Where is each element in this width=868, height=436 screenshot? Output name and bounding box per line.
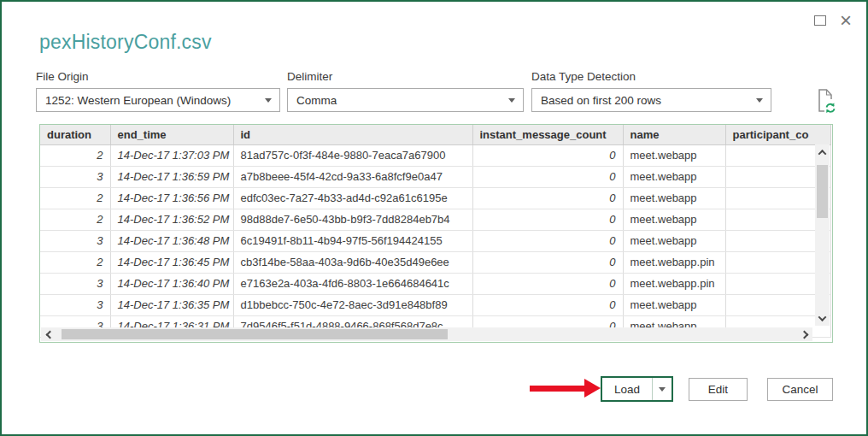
cell-duration: 3: [40, 230, 110, 251]
load-button[interactable]: Load: [602, 383, 652, 396]
cancel-button[interactable]: Cancel: [767, 378, 833, 401]
horizontal-scrollbar-thumb[interactable]: [62, 329, 448, 339]
cell-end_time: 14-Dec-17 1:36:40 PM: [110, 273, 233, 294]
cell-duration: 2: [40, 187, 110, 209]
delimiter-value: Comma: [296, 94, 505, 107]
table-row: 214-Dec-17 1:36:45 PMcb3f14be-58aa-403a-…: [40, 251, 830, 273]
cell-duration: 3: [40, 294, 110, 315]
cell-instant_message_count: 0: [472, 273, 623, 294]
column-header-end_time: end_time: [110, 125, 233, 144]
maximize-button[interactable]: [808, 9, 832, 32]
table-row: 214-Dec-17 1:36:56 PMedfc03ec-7a27-4b33-…: [40, 187, 830, 209]
chevron-down-icon: [508, 98, 515, 103]
edit-button[interactable]: Edit: [689, 378, 748, 401]
cell-id: cb3f14be-58aa-403a-9d6b-40e35d49e6ee: [233, 251, 472, 273]
cell-name: meet.webapp: [623, 230, 725, 251]
maximize-icon: [814, 15, 826, 26]
column-header-instant_message_count: instant_message_count: [472, 125, 623, 144]
scroll-up-button[interactable]: [815, 144, 830, 160]
table-row: 314-Dec-17 1:36:40 PMe7163e2a-403a-4fd6-…: [40, 273, 830, 294]
cell-id: edfc03ec-7a27-4b33-ad4d-c92a61c6195e: [233, 187, 472, 209]
table-row: 314-Dec-17 1:36:48 PM6c19491f-8b11-4b94-…: [40, 230, 830, 251]
cell-id: d1bbebcc-750c-4e72-8aec-3d91e848bf89: [233, 294, 472, 315]
cell-end_time: 14-Dec-17 1:36:56 PM: [110, 187, 233, 209]
chevron-down-icon: [265, 98, 272, 103]
column-header-duration: duration: [40, 125, 110, 144]
chevron-up-icon: [818, 149, 827, 157]
cell-instant_message_count: 0: [472, 209, 623, 230]
cell-id: a7b8beee-45f4-42cd-9a33-6a8fcf9e0a47: [233, 166, 472, 187]
vertical-scrollbar[interactable]: [815, 144, 830, 326]
cell-name: meet.webapp: [623, 294, 725, 315]
csv-import-dialog: × pexHistoryConf.csv File Origin Delimit…: [0, 0, 868, 436]
preview-table: durationend_timeidinstant_message_countn…: [40, 125, 831, 338]
cell-end_time: 14-Dec-17 1:36:59 PM: [110, 166, 233, 187]
close-button[interactable]: ×: [834, 9, 858, 32]
scroll-down-button[interactable]: [815, 310, 830, 326]
cell-name: meet.webapp: [623, 166, 725, 187]
cell-end_time: 14-Dec-17 1:36:48 PM: [110, 230, 233, 251]
cell-instant_message_count: 0: [472, 187, 623, 209]
load-split-button: Load: [601, 376, 673, 402]
cell-instant_message_count: 0: [472, 230, 623, 251]
cell-id: e7163e2a-403a-4fd6-8803-1e664684641c: [233, 273, 472, 294]
scroll-left-button[interactable]: [41, 327, 58, 341]
delimiter-label: Delimiter: [287, 70, 332, 83]
cell-name: meet.webapp: [623, 187, 725, 209]
load-options-button[interactable]: [653, 387, 672, 392]
scroll-right-button[interactable]: [795, 327, 812, 341]
chevron-down-icon: [756, 98, 763, 103]
data-type-detection-label: Data Type Detection: [531, 70, 636, 83]
close-icon: ×: [840, 10, 852, 31]
file-origin-value: 1252: Western European (Windows): [45, 94, 261, 107]
cell-duration: 2: [40, 251, 110, 273]
arrow-head: [584, 379, 601, 398]
column-header-id: id: [233, 125, 472, 144]
table-row: 314-Dec-17 1:36:35 PMd1bbebcc-750c-4e72-…: [40, 294, 830, 315]
cell-id: 6c19491f-8b11-4b94-97f5-56f194424155: [233, 230, 472, 251]
cell-end_time: 14-Dec-17 1:36:45 PM: [110, 251, 233, 273]
table-row: 214-Dec-17 1:37:03 PM81ad757c-0f3f-484e-…: [40, 144, 830, 166]
table-header-row: durationend_timeidinstant_message_countn…: [40, 125, 830, 144]
chevron-down-icon: [659, 387, 666, 392]
cell-duration: 3: [40, 166, 110, 187]
data-type-detection-value: Based on first 200 rows: [541, 94, 753, 107]
annotation-arrow-icon: [530, 379, 601, 398]
cell-duration: 3: [40, 273, 110, 294]
cell-duration: 2: [40, 209, 110, 230]
file-origin-label: File Origin: [36, 70, 89, 83]
table-body: 214-Dec-17 1:37:03 PM81ad757c-0f3f-484e-…: [40, 144, 830, 337]
cell-instant_message_count: 0: [472, 251, 623, 273]
cell-name: meet.webapp.pin: [623, 251, 725, 273]
refresh-preview-button[interactable]: [812, 85, 839, 115]
data-preview-grid: durationend_timeidinstant_message_countn…: [39, 124, 833, 343]
table-row: 214-Dec-17 1:36:52 PM98d88de7-6e50-43bb-…: [40, 209, 830, 230]
cell-instant_message_count: 0: [472, 294, 623, 315]
data-type-detection-select[interactable]: Based on first 200 rows: [531, 88, 771, 112]
horizontal-scrollbar[interactable]: [41, 327, 812, 341]
chevron-down-icon: [818, 313, 827, 321]
column-header-participant_co: participant_co: [725, 125, 830, 144]
cell-name: meet.webapp: [623, 144, 725, 166]
cell-id: 98d88de7-6e50-43bb-b9f3-7dd8284eb7b4: [233, 209, 472, 230]
cell-name: meet.webapp.pin: [623, 273, 725, 294]
cell-end_time: 14-Dec-17 1:37:03 PM: [110, 144, 233, 166]
cell-instant_message_count: 0: [472, 144, 623, 166]
page-title: pexHistoryConf.csv: [39, 31, 212, 54]
cell-id: 81ad757c-0f3f-484e-9880-7eaca7a67900: [233, 144, 472, 166]
chevron-right-icon: [800, 330, 808, 339]
file-refresh-icon: [814, 87, 837, 114]
cell-instant_message_count: 0: [472, 166, 623, 187]
table-row: 314-Dec-17 1:36:59 PMa7b8beee-45f4-42cd-…: [40, 166, 830, 187]
cell-duration: 2: [40, 144, 110, 166]
file-origin-select[interactable]: 1252: Western European (Windows): [36, 88, 280, 112]
cell-end_time: 14-Dec-17 1:36:52 PM: [110, 209, 233, 230]
vertical-scrollbar-thumb[interactable]: [817, 165, 828, 218]
cell-end_time: 14-Dec-17 1:36:35 PM: [110, 294, 233, 315]
cell-name: meet.webapp: [623, 209, 725, 230]
arrow-shaft: [530, 386, 584, 392]
delimiter-select[interactable]: Comma: [287, 88, 524, 112]
chevron-left-icon: [45, 330, 54, 339]
column-header-name: name: [623, 125, 725, 144]
